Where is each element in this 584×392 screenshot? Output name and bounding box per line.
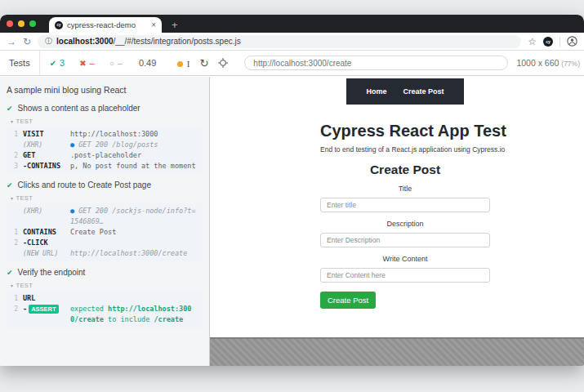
window-controls — [0, 15, 36, 33]
chevron-down-icon: ▾ — [11, 196, 13, 201]
test-title[interactable]: ✔ Verify the endpoint — [0, 265, 209, 280]
nav-link-home[interactable]: Home — [366, 87, 386, 96]
tab-bar: cy cypress-react-demo × + — [0, 15, 584, 33]
xhr-dot-icon: ● — [70, 207, 74, 215]
command-log: 1 URL 2 -ASSERT expected http://localhos… — [7, 291, 203, 328]
test-stats: ✔3 ✖– ○– — [40, 58, 132, 68]
app-navbar: Home Create Post — [346, 78, 464, 105]
command-row[interactable]: 2 -CLICK — [7, 238, 203, 248]
app-content: Home Create Post Cypress React App Test … — [320, 78, 490, 309]
viewport-overflow-area — [210, 337, 584, 366]
assert-row[interactable]: 2 -ASSERT expected http://localhost:3000… — [7, 304, 203, 325]
create-post-heading: Create Post — [320, 163, 490, 177]
pending-count: ○– — [109, 58, 123, 68]
new-tab-button[interactable]: + — [172, 20, 178, 30]
xhr-row[interactable]: (XHR) ● GET 200 /sockjs-node/info?t=1546… — [7, 206, 203, 227]
close-window-button[interactable] — [7, 20, 13, 27]
check-icon: ✔ — [50, 59, 56, 68]
url-text: localhost:3000/__/#/tests/integration/po… — [56, 37, 241, 46]
command-row[interactable]: 1 VISIT http://localhost:3000 — [7, 129, 203, 140]
command-row[interactable]: 2 GET .post-placeholder — [7, 150, 203, 161]
x-icon: ✖ — [79, 59, 86, 68]
browser-window: cy cypress-react-demo × + → ↻ ⓘ localhos… — [0, 15, 584, 366]
aut-url-bar[interactable]: http://localhost:3000/create — [244, 56, 508, 70]
test-section-header[interactable]: ▾TEST — [11, 282, 203, 289]
title-label: Title — [320, 185, 490, 193]
command-row[interactable]: 3 -CONTAINS p, No post found at the mome… — [7, 161, 203, 172]
command-row[interactable]: 1 CONTAINS Create Post — [7, 227, 203, 238]
new-url-row[interactable]: (NEW URL) http://localhost:3000/create — [7, 248, 203, 259]
browser-toolbar: → ↻ ⓘ localhost:3000/__/#/tests/integrat… — [0, 33, 584, 51]
viewport-size: 1000 x 660 (77%) — [516, 58, 584, 68]
command-row[interactable]: 1 URL — [7, 293, 203, 304]
test-item: ✔ Clicks and route to Create Post page ▾… — [0, 177, 209, 262]
profile-icon[interactable] — [567, 36, 577, 47]
cypress-extension-icon[interactable]: cy — [543, 37, 553, 47]
restart-tests-icon[interactable]: ↻ — [199, 58, 208, 69]
test-item: ✔ Shows a content as a placeholder ▾TEST… — [0, 100, 209, 175]
description-label: Description — [320, 220, 490, 228]
test-title[interactable]: ✔ Clicks and route to Create Post page — [0, 177, 209, 193]
test-title[interactable]: ✔ Shows a content as a placeholder — [0, 100, 209, 116]
suite-title[interactable]: A sample mini blog using React — [0, 81, 209, 100]
title-input[interactable] — [320, 198, 490, 212]
test-duration: 0.49 — [132, 58, 163, 68]
tests-menu-button[interactable]: Tests — [0, 51, 40, 75]
assert-badge: ASSERT — [29, 305, 58, 314]
failed-count: ✖– — [79, 58, 95, 68]
create-post-button[interactable]: Create Post — [320, 292, 376, 309]
app-subtitle: End to end testing of a React.js applica… — [320, 145, 490, 154]
address-bar[interactable]: ⓘ localhost:3000/__/#/tests/integration/… — [38, 35, 521, 48]
test-section-header[interactable]: ▾TEST — [11, 194, 203, 202]
reload-icon[interactable]: ↻ — [23, 37, 31, 47]
tab-close-icon[interactable]: × — [151, 21, 156, 29]
check-icon: ✔ — [7, 181, 13, 189]
chevron-down-icon: ▾ — [11, 283, 13, 288]
test-section-header[interactable]: ▾TEST — [11, 118, 203, 125]
recording-indicator: I — [177, 56, 189, 70]
cursor-indicator: I — [187, 59, 190, 69]
content-label: Write Content — [320, 255, 490, 263]
runner-toolbar: Tests ✔3 ✖– ○– 0.49 I ↻ http://localhost… — [0, 51, 584, 76]
check-icon: ✔ — [7, 269, 13, 277]
runner-controls: I ↻ — [163, 56, 236, 70]
passed-count: ✔3 — [50, 58, 65, 68]
nav-link-create-post[interactable]: Create Post — [403, 87, 444, 96]
check-icon: ✔ — [7, 105, 13, 113]
divider — [559, 37, 560, 47]
record-dot-icon — [177, 61, 183, 67]
description-input[interactable] — [320, 233, 490, 247]
cypress-favicon-icon: cy — [55, 21, 63, 29]
site-info-icon[interactable]: ⓘ — [45, 36, 52, 47]
app-preview: Home Create Post Cypress React App Test … — [210, 77, 584, 366]
zoom-window-button[interactable] — [29, 20, 36, 27]
chevron-down-icon: ▾ — [11, 119, 13, 124]
test-item: ✔ Verify the endpoint ▾TEST 1 URL 2 -ASS… — [0, 265, 209, 328]
forward-icon[interactable]: → — [7, 37, 16, 47]
browser-tab[interactable]: cy cypress-react-demo × — [49, 17, 162, 33]
toolbar-right-icons: ☆ cy — [528, 36, 577, 47]
url-path: /__/#/tests/integration/posts.spec.js — [114, 37, 241, 46]
selector-playground-icon[interactable] — [218, 58, 228, 68]
command-log: 1 VISIT http://localhost:3000 (XHR) ● GE… — [7, 127, 203, 175]
circle-icon: ○ — [109, 59, 114, 68]
viewport-scale: (77%) — [561, 60, 580, 68]
runner-content: A sample mini blog using React ✔ Shows a… — [0, 77, 584, 366]
assert-message: expected http://localhost:3000/create to… — [70, 304, 203, 325]
content-input[interactable] — [320, 268, 490, 283]
app-title: Cypress React App Test — [320, 122, 490, 140]
tab-title: cypress-react-demo — [67, 20, 147, 29]
url-domain: localhost:3000 — [56, 37, 113, 46]
xhr-dot-icon: ● — [70, 140, 74, 149]
xhr-row[interactable]: (XHR) ● GET 200 /blog/posts — [7, 140, 203, 150]
command-log: (XHR) ● GET 200 /sockjs-node/info?t=1546… — [7, 203, 203, 262]
minimize-window-button[interactable] — [18, 20, 25, 27]
bookmark-star-icon[interactable]: ☆ — [528, 36, 537, 47]
reporter-sidebar: A sample mini blog using React ✔ Shows a… — [0, 77, 210, 366]
